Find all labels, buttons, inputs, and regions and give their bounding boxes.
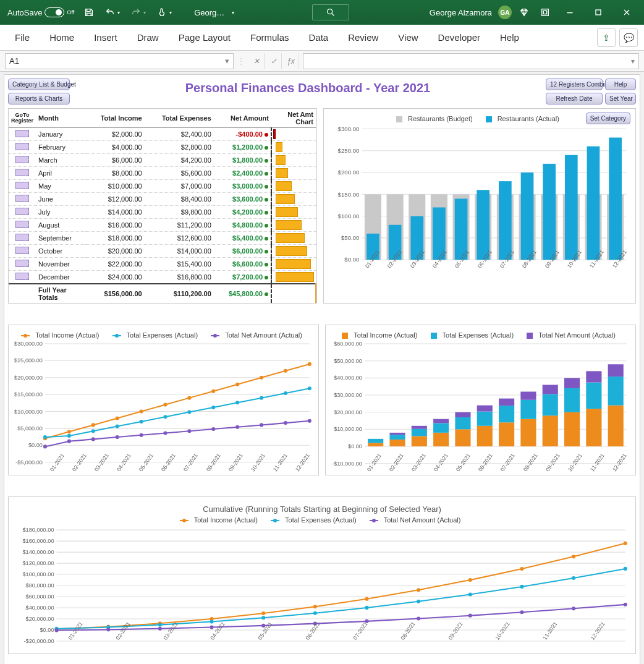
- table-row: October $20,000.00 $14,000.00 $6,000.00: [9, 245, 316, 258]
- goto-register-button[interactable]: [15, 273, 29, 280]
- dashboard-title: Personal Finances Dashboard - Year 2021: [74, 79, 542, 96]
- minimize-button[interactable]: [557, 1, 582, 24]
- svg-point-188: [520, 585, 523, 589]
- user-avatar[interactable]: GA: [498, 6, 512, 19]
- svg-point-60: [91, 423, 95, 427]
- goto-register-button[interactable]: [15, 208, 29, 215]
- box-icon: [540, 7, 550, 17]
- goto-register-button[interactable]: [15, 130, 29, 137]
- user-name[interactable]: George Alzamora: [427, 8, 494, 17]
- svg-point-184: [313, 611, 317, 615]
- monthly-line-chart: -$5,000.00$0.00$5,000.00$10,000.00$15,00…: [12, 341, 315, 467]
- cell-net: $4,200.00: [214, 206, 271, 219]
- worksheet-area[interactable]: Category List & Budget Reports & Charts …: [4, 74, 640, 664]
- svg-point-178: [624, 542, 627, 545]
- tab-developer[interactable]: Developer: [430, 26, 489, 49]
- touch-mode-button[interactable]: ▾: [153, 5, 176, 20]
- svg-rect-135: [543, 385, 558, 394]
- goto-register-button[interactable]: [15, 221, 29, 228]
- svg-text:$140,000.00: $140,000.00: [22, 549, 54, 555]
- share-button[interactable]: ⇪: [597, 28, 616, 47]
- table-row: December $24,000.00 $16,800.00 $7,200.00: [9, 271, 316, 284]
- document-title[interactable]: Georg…: [190, 8, 228, 17]
- tab-formulas[interactable]: Formulas: [242, 26, 298, 49]
- svg-rect-143: [608, 377, 624, 405]
- tab-draw[interactable]: Draw: [129, 26, 167, 49]
- set-category-button[interactable]: Set Category: [586, 113, 630, 124]
- name-box[interactable]: A1 ▾: [5, 53, 234, 69]
- set-year-button[interactable]: Set Year: [605, 93, 636, 104]
- cell-expenses: $2,800.00: [145, 141, 214, 154]
- svg-text:$10,000.00: $10,000.00: [334, 426, 362, 432]
- ribbon-mode-button[interactable]: [536, 5, 554, 20]
- tab-data[interactable]: Data: [300, 26, 337, 49]
- fx-button[interactable]: ƒx: [283, 53, 299, 69]
- svg-point-182: [210, 619, 213, 623]
- tab-view[interactable]: View: [389, 26, 426, 49]
- formula-input[interactable]: ▾: [303, 53, 639, 69]
- svg-text:$0.00: $0.00: [344, 256, 359, 263]
- maximize-button[interactable]: [586, 1, 611, 24]
- col-goto: GoTo Register: [9, 109, 36, 128]
- goto-register-button[interactable]: [15, 234, 29, 241]
- cell-reference: A1: [9, 56, 19, 66]
- svg-rect-140: [586, 383, 601, 409]
- undo-icon: [105, 7, 115, 17]
- svg-text:$50.00: $50.00: [341, 234, 359, 241]
- goto-register-button[interactable]: [15, 260, 29, 267]
- cancel-formula-button[interactable]: ✕: [248, 53, 265, 69]
- goto-register-button[interactable]: [15, 182, 29, 189]
- svg-text:$180,000.00: $180,000.00: [22, 527, 54, 533]
- goto-register-button[interactable]: [15, 195, 29, 202]
- cell-bar: [271, 245, 316, 258]
- diamond-button[interactable]: [515, 5, 533, 20]
- search-button[interactable]: [312, 4, 349, 20]
- goto-register-button[interactable]: [15, 156, 29, 163]
- reports-charts-button[interactable]: Reports & Charts: [8, 93, 70, 104]
- svg-rect-113: [389, 435, 405, 440]
- save-button[interactable]: [80, 5, 98, 20]
- svg-point-186: [417, 600, 420, 603]
- svg-point-173: [365, 597, 368, 600]
- svg-point-85: [116, 435, 119, 439]
- refresh-button[interactable]: Refresh Date: [546, 93, 603, 104]
- cell-total-net: $45,800.00: [214, 284, 271, 303]
- tab-help[interactable]: Help: [491, 26, 528, 49]
- cell-total-income: $156,000.00: [85, 284, 145, 303]
- close-button[interactable]: [614, 1, 639, 24]
- svg-point-187: [468, 592, 472, 596]
- tab-review[interactable]: Review: [339, 26, 387, 49]
- comments-button[interactable]: 💬: [619, 28, 638, 47]
- autosave-toggle[interactable]: AutoSave Off: [5, 7, 77, 17]
- goto-register-button[interactable]: [15, 169, 29, 176]
- registers-button[interactable]: 12 Registers Combined: [546, 79, 603, 90]
- svg-point-202: [624, 603, 627, 607]
- undo-button[interactable]: ▾: [101, 5, 124, 20]
- svg-rect-141: [586, 371, 601, 382]
- tab-home[interactable]: Home: [41, 26, 83, 49]
- svg-text:$250.00: $250.00: [338, 147, 360, 154]
- tab-page-layout[interactable]: Page Layout: [170, 26, 239, 49]
- table-row: June $12,000.00 $8,400.00 $3,600.00: [9, 193, 316, 206]
- tab-file[interactable]: File: [6, 26, 38, 49]
- svg-point-192: [106, 628, 110, 631]
- tab-insert[interactable]: Insert: [85, 26, 126, 49]
- formula-bar: A1 ▾ ⋮ ✕ ✓ ƒx ▾: [0, 51, 644, 72]
- goto-register-button[interactable]: [15, 247, 29, 254]
- touch-icon: [157, 7, 167, 17]
- svg-rect-115: [412, 436, 427, 446]
- svg-text:$30,000.00: $30,000.00: [334, 392, 362, 398]
- help-button[interactable]: Help: [605, 79, 636, 90]
- cell-income: $10,000.00: [85, 180, 145, 193]
- svg-point-0: [328, 9, 333, 14]
- cell-month: August: [36, 219, 85, 232]
- redo-button[interactable]: ▾: [127, 5, 150, 20]
- restaurants-chart-panel: Set Category Restaurants (Budget) Restau…: [323, 108, 636, 304]
- goto-register-button[interactable]: [15, 143, 29, 150]
- cell-month: July: [36, 206, 85, 219]
- svg-text:$20,000.00: $20,000.00: [14, 375, 43, 381]
- category-budget-button[interactable]: Category List & Budget: [8, 79, 70, 90]
- autosave-state: Off: [67, 9, 74, 15]
- cell-expenses: $11,200.00: [145, 219, 214, 232]
- enter-formula-button[interactable]: ✓: [266, 53, 282, 69]
